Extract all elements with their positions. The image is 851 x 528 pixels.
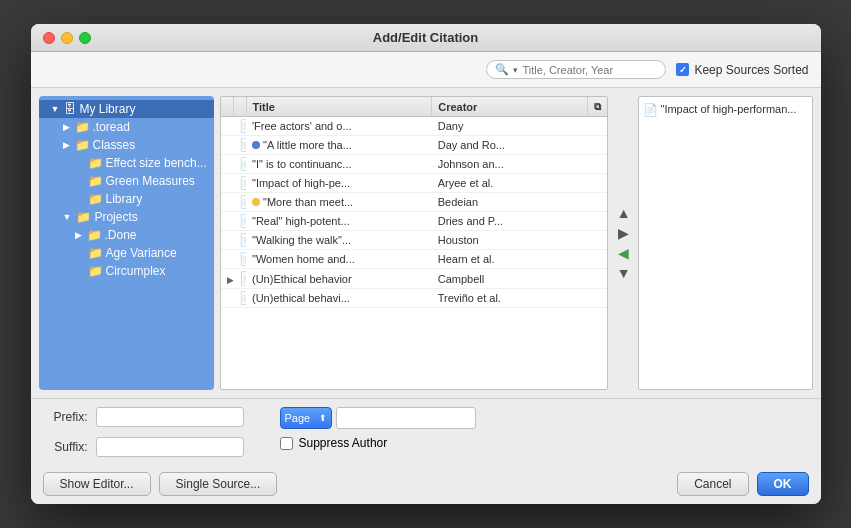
row-title: "More than meet...	[246, 193, 432, 212]
sidebar-item-my-library[interactable]: ▼ 🗄 My Library	[39, 100, 214, 118]
status-dot-blue	[252, 141, 260, 149]
sidebar-item-age-variance[interactable]: 📁 Age Variance	[39, 244, 214, 262]
search-box[interactable]: 🔍 ▾	[486, 60, 666, 79]
doc-icon: 📄	[239, 119, 246, 133]
library-icon: 🗄	[64, 102, 76, 116]
expand-arrow-icon: ▶	[63, 140, 70, 150]
show-editor-button[interactable]: Show Editor...	[43, 472, 151, 496]
center-panel: Title Creator ⧉ 📄 'Free actors' and o...	[220, 96, 608, 390]
expand-triangle-icon: ▼	[51, 104, 60, 114]
sidebar-item-label: Library	[106, 192, 143, 206]
sidebar-item-label: .toread	[93, 120, 130, 134]
select-arrow-icon: ⬆	[315, 413, 331, 423]
sidebar-item-label: Classes	[93, 138, 136, 152]
citations-table-container[interactable]: Title Creator ⧉ 📄 'Free actors' and o...	[220, 96, 608, 390]
row-creator: Hearn et al.	[432, 250, 587, 269]
expand-triangle-icon: ▼	[63, 212, 72, 222]
search-input[interactable]	[522, 64, 657, 76]
page-type-select-wrapper[interactable]: Page ⬆	[280, 407, 332, 429]
button-row: Show Editor... Single Source... Cancel O…	[43, 472, 809, 496]
scroll-right-button[interactable]: ▶	[617, 225, 630, 241]
sidebar-item-toread[interactable]: ▶ 📁 .toread	[39, 118, 214, 136]
col-header-attach: ⧉	[587, 97, 607, 117]
sidebar-item-classes[interactable]: ▶ 📁 Classes	[39, 136, 214, 154]
folder-icon: 📁	[75, 120, 90, 134]
scroll-down-button[interactable]: ▼	[616, 265, 632, 281]
sidebar-item-done[interactable]: ▶ 📁 .Done	[39, 226, 214, 244]
page-area: Page ⬆ Suppress Author	[280, 407, 809, 450]
doc-icon: 📄	[239, 233, 246, 247]
citation-text: "Impact of high-performan...	[661, 103, 797, 115]
sidebar-item-label: Circumplex	[106, 264, 166, 278]
expand-arrow-icon: ▶	[63, 122, 70, 132]
keep-sorted-option[interactable]: Keep Sources Sorted	[676, 63, 808, 77]
move-left-button[interactable]: ◀	[617, 245, 630, 261]
selected-citations-list[interactable]: 📄 "Impact of high-performan...	[638, 96, 813, 390]
traffic-lights	[43, 32, 91, 44]
table-row[interactable]: 📄 "Women home and... Hearn et al.	[221, 250, 607, 269]
sidebar-item-label: My Library	[79, 102, 135, 116]
row-title: "Women home and...	[246, 250, 432, 269]
suffix-label: Suffix:	[43, 440, 88, 454]
maximize-button[interactable]	[79, 32, 91, 44]
table-row[interactable]: 📄 "Impact of high-pe... Aryee et al.	[221, 174, 607, 193]
expand-arrow-icon: ▶	[75, 230, 82, 240]
minimize-button[interactable]	[61, 32, 73, 44]
sidebar-item-label: .Done	[105, 228, 137, 242]
sidebar-item-circumplex[interactable]: 📁 Circumplex	[39, 262, 214, 280]
sidebar-item-effect-size[interactable]: 📁 Effect size bench...	[39, 154, 214, 172]
col-header-creator[interactable]: Creator	[432, 97, 587, 117]
right-buttons: Cancel OK	[677, 472, 808, 496]
folder-icon: 📁	[75, 138, 90, 152]
suffix-row: Suffix:	[43, 437, 244, 457]
scroll-up-button[interactable]: ▲	[616, 205, 632, 221]
status-dot-yellow	[252, 198, 260, 206]
sidebar-item-green-measures[interactable]: 📁 Green Measures	[39, 172, 214, 190]
doc-icon: 📄	[239, 176, 246, 190]
row-creator: Campbell	[432, 269, 587, 289]
table-row[interactable]: 📄 "More than meet... Bedeian	[221, 193, 607, 212]
doc-icon: 📄	[239, 195, 246, 209]
doc-icon: 📄	[239, 138, 246, 152]
table-row[interactable]: 📄 "A little more tha... Day and Ro...	[221, 136, 607, 155]
table-row[interactable]: 📄 (Un)ethical behavi... Treviño et al.	[221, 289, 607, 308]
sidebar-item-library[interactable]: 📁 Library	[39, 190, 214, 208]
row-expand-icon[interactable]: ▶	[227, 273, 234, 285]
row-title: "I" is to continuanc...	[246, 155, 432, 174]
table-row[interactable]: 📄 'Free actors' and o... Dany	[221, 117, 607, 136]
cancel-button[interactable]: Cancel	[677, 472, 748, 496]
doc-icon: 📄	[239, 252, 246, 266]
col-header-title[interactable]: Title	[246, 97, 432, 117]
table-row[interactable]: 📄 "I" is to continuanc... Johnson an...	[221, 155, 607, 174]
bottom-form: Prefix: Suffix: Page ⬆	[31, 398, 821, 504]
table-row[interactable]: 📄 "Real" high-potent... Dries and P...	[221, 212, 607, 231]
folder-icon: 📁	[88, 192, 103, 206]
col-header-icon	[233, 97, 246, 117]
prefix-suffix-fields: Prefix: Suffix:	[43, 407, 244, 462]
sidebar: ▼ 🗄 My Library ▶ 📁 .toread ▶ 📁 Classes 📁…	[39, 96, 214, 390]
sidebar-item-label: Age Variance	[106, 246, 177, 260]
single-source-button[interactable]: Single Source...	[159, 472, 278, 496]
page-type-select[interactable]: Page	[281, 408, 315, 428]
prefix-input[interactable]	[96, 407, 244, 427]
ok-button[interactable]: OK	[757, 472, 809, 496]
page-value-input[interactable]	[336, 407, 476, 429]
folder-icon: 📁	[88, 246, 103, 260]
row-title: 'Free actors' and o...	[246, 117, 432, 136]
prefix-label: Prefix:	[43, 410, 88, 424]
suffix-input[interactable]	[96, 437, 244, 457]
sidebar-item-projects[interactable]: ▼ 📁 Projects	[39, 208, 214, 226]
folder-icon: 📁	[88, 264, 103, 278]
row-creator: Dries and P...	[432, 212, 587, 231]
selected-citation-item[interactable]: 📄 "Impact of high-performan...	[643, 101, 808, 119]
suppress-author-checkbox[interactable]	[280, 437, 293, 450]
right-panel: 📄 "Impact of high-performan...	[638, 96, 813, 390]
row-creator: Treviño et al.	[432, 289, 587, 308]
row-title: "A little more tha...	[246, 136, 432, 155]
keep-sorted-checkbox[interactable]	[676, 63, 689, 76]
close-button[interactable]	[43, 32, 55, 44]
search-dropdown-icon[interactable]: ▾	[513, 65, 518, 75]
sidebar-item-label: Green Measures	[106, 174, 195, 188]
table-row[interactable]: ▶ 📄 (Un)Ethical behavior Campbell	[221, 269, 607, 289]
table-row[interactable]: 📄 "Walking the walk"... Houston	[221, 231, 607, 250]
